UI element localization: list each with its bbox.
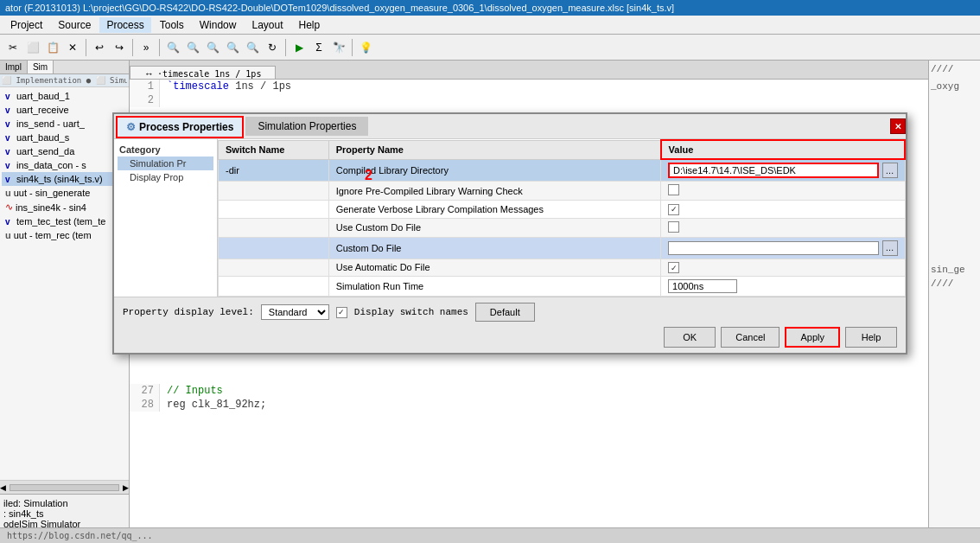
toolbar-sep-1 — [86, 39, 86, 56]
sum-button[interactable]: Σ — [309, 38, 328, 57]
custom-do-input[interactable] — [668, 241, 878, 255]
active-tab-border: ⚙ Process Properties — [116, 116, 244, 138]
property-cell: Custom Do File — [328, 237, 660, 259]
simulation-run-time-input[interactable] — [668, 279, 737, 293]
category-header: Category — [118, 143, 213, 157]
compiled-library-input[interactable] — [668, 163, 878, 178]
toolbar-sep-2 — [132, 39, 133, 56]
toolbar: ✂ ⬜ 📋 ✕ ↩ ↪ » 🔍 🔍 🔍 🔍 🔍 ↻ ▶ Σ 🔭 💡 — [0, 35, 980, 61]
search5-button[interactable]: 🔍 — [243, 38, 262, 57]
annotation-2: 2 — [365, 168, 372, 183]
table-row[interactable]: Simulation Run Time — [219, 277, 906, 297]
footer-top: Property display level: Standard Advance… — [123, 303, 897, 322]
value-cell: … — [661, 159, 905, 182]
value-cell: ✓ — [661, 259, 905, 277]
search3-button[interactable]: 🔍 — [203, 38, 222, 57]
menu-project[interactable]: Project — [3, 17, 49, 33]
switch-cell — [219, 182, 329, 201]
table-row[interactable]: Use Automatic Do File ✓ — [219, 259, 906, 277]
title-bar: ator (F.20131013) L:\project\GG\DO-RS422… — [0, 0, 980, 16]
table-header: Switch Name Property Name Value 3 — [219, 140, 906, 159]
process-properties-dialog: ⚙ Process Properties 2 Simulation Proper… — [112, 112, 907, 355]
switch-cell: -dir — [219, 159, 329, 182]
category-tree: Category Simulation Pr Display Prop — [114, 139, 218, 297]
dialog-footer: Property display level: Standard Advance… — [114, 297, 906, 353]
display-level-select[interactable]: Standard Advanced — [261, 304, 329, 320]
table-row[interactable]: -dir Compiled Library Directory … — [219, 159, 906, 182]
toolbar-sep-4 — [285, 39, 286, 56]
col-switch-name: Switch Name — [219, 140, 329, 159]
title-text: ator (F.20131013) L:\project\GG\DO-RS422… — [5, 3, 674, 13]
switch-cell — [219, 237, 329, 259]
menu-tools[interactable]: Tools — [153, 17, 191, 33]
cancel-button[interactable]: Cancel — [721, 327, 780, 348]
dialog-header: ⚙ Process Properties 2 Simulation Proper… — [114, 114, 906, 139]
dialog-overlay: ⚙ Process Properties 2 Simulation Proper… — [0, 61, 980, 543]
menu-window[interactable]: Window — [193, 17, 244, 33]
menu-bar: Project Source Process Tools Window Layo… — [0, 16, 980, 35]
display-level-label: Property display level: — [123, 307, 254, 317]
checkbox-auto-do[interactable]: ✓ — [668, 262, 679, 273]
property-cell: Use Automatic Do File — [328, 259, 660, 277]
property-cell: Generate Verbose Library Compilation Mes… — [328, 201, 660, 219]
property-cell: Use Custom Do File — [328, 218, 660, 237]
menu-source[interactable]: Source — [51, 17, 98, 33]
menu-help[interactable]: Help — [291, 17, 327, 33]
table-row[interactable]: Ignore Pre-Compiled Library Warning Chec… — [219, 182, 906, 201]
category-item-sim[interactable]: Simulation Pr — [118, 157, 213, 170]
apply-button[interactable]: Apply — [785, 327, 840, 348]
properties-table: Switch Name Property Name Value 3 — [218, 139, 906, 297]
toolbar-sep-3 — [159, 39, 160, 56]
switch-cell — [219, 201, 329, 219]
search4-button[interactable]: 🔍 — [223, 38, 242, 57]
ok-button[interactable]: OK — [664, 327, 716, 348]
cut-button[interactable]: ✂ — [3, 38, 22, 57]
col-value: Value 3 — [661, 140, 905, 159]
table-body: -dir Compiled Library Directory … — [219, 159, 906, 297]
value-cell — [661, 277, 905, 297]
value-container: … — [668, 163, 897, 178]
value-cell: … — [661, 237, 905, 259]
help-button[interactable]: Help — [845, 327, 897, 348]
bulb-button[interactable]: 💡 — [356, 38, 375, 57]
main-area: Impl Sim ⬜ Implementation ● ⬜ Simulatio.… — [0, 61, 980, 543]
browse-button-2[interactable]: … — [882, 240, 898, 256]
col-property-name: Property Name — [328, 140, 660, 159]
paste-button[interactable]: 📋 — [43, 38, 62, 57]
telescope-button[interactable]: 🔭 — [329, 38, 348, 57]
properties-table-container: Switch Name Property Name Value 3 — [218, 139, 906, 297]
copy-button[interactable]: ⬜ — [23, 38, 42, 57]
menu-process[interactable]: Process — [99, 17, 150, 33]
tab-process-properties[interactable]: ⚙ Process Properties — [118, 118, 242, 137]
property-cell: Compiled Library Directory — [328, 159, 660, 182]
category-item-display[interactable]: Display Prop — [118, 170, 213, 184]
tab-simulation-properties[interactable]: Simulation Properties — [245, 117, 368, 136]
browse-button[interactable]: … — [882, 163, 898, 178]
search2-button[interactable]: 🔍 — [183, 38, 202, 57]
display-switch-checkbox[interactable]: ✓ — [336, 307, 347, 318]
table-row[interactable]: Custom Do File … — [219, 237, 906, 259]
table-row[interactable]: Use Custom Do File — [219, 218, 906, 237]
table-header-row: Switch Name Property Name Value 3 — [219, 140, 906, 159]
switch-cell — [219, 259, 329, 277]
annotation-3: 3 — [779, 139, 786, 141]
value-cell: ✓ — [661, 201, 905, 219]
more-button[interactable]: » — [137, 38, 156, 57]
close-button[interactable]: ✕ — [890, 118, 906, 134]
redo-button[interactable]: ↪ — [110, 38, 129, 57]
search-button[interactable]: 🔍 — [163, 38, 182, 57]
checkbox-ignore[interactable] — [668, 184, 679, 195]
delete-button[interactable]: ✕ — [63, 38, 82, 57]
value-cell — [661, 182, 905, 201]
default-button[interactable]: Default — [475, 303, 535, 322]
checkbox-verbose[interactable]: ✓ — [668, 204, 679, 215]
refresh-icon[interactable]: ↻ — [263, 38, 282, 57]
checkbox-custom-do[interactable] — [668, 221, 679, 233]
value-cell — [661, 218, 905, 237]
menu-layout[interactable]: Layout — [245, 17, 290, 33]
run-button[interactable]: ▶ — [290, 38, 309, 57]
table-row[interactable]: Generate Verbose Library Compilation Mes… — [219, 201, 906, 219]
toolbar-sep-5 — [352, 39, 353, 56]
value-container: … — [668, 240, 897, 256]
undo-button[interactable]: ↩ — [90, 38, 109, 57]
